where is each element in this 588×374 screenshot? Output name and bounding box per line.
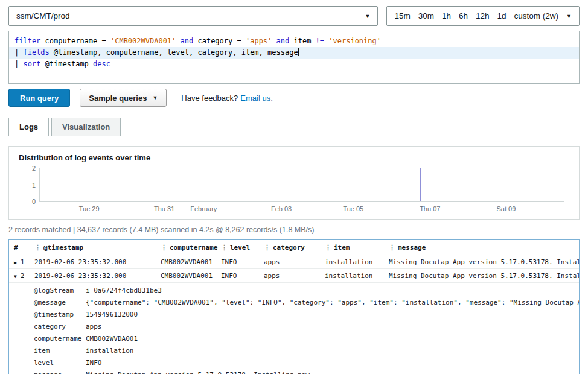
col-header-message[interactable]: ⋮message — [386, 244, 579, 252]
table-cell: apps — [261, 258, 322, 266]
detail-row: iteminstallation — [9, 345, 579, 357]
time-range-chevron-down-icon[interactable]: ▼ — [566, 13, 572, 19]
row-number-cell: ▼2 — [9, 272, 32, 280]
col-header-level[interactable]: ⋮level — [219, 244, 261, 252]
chevron-down-icon: ▼ — [152, 95, 158, 101]
col-header-timestamp[interactable]: ⋮@timestamp — [32, 244, 158, 252]
detail-key: @logStream — [34, 286, 86, 296]
column-grip-icon[interactable]: ⋮ — [389, 244, 395, 252]
y-tick-label: 0 — [32, 198, 36, 205]
table-cell: installation — [322, 258, 386, 266]
detail-value: {"computername": "CMB002WVDA001", "level… — [86, 298, 579, 308]
table-cell: INFO — [219, 258, 261, 266]
results-header: #⋮@timestamp⋮computername⋮level⋮category… — [9, 240, 579, 255]
detail-row: computernameCMB002WVDA001 — [9, 333, 579, 345]
detail-key: @timestamp — [34, 310, 86, 320]
column-grip-icon[interactable]: ⋮ — [264, 244, 270, 252]
table-cell: CMB002WVDA001 — [158, 272, 219, 280]
query-line-2[interactable]: | fields @timestamp, computername, level… — [9, 47, 579, 59]
time-range-15m[interactable]: 15m — [394, 11, 410, 21]
expand-row-icon[interactable]: ▶ — [14, 260, 17, 265]
detail-key: @message — [34, 298, 86, 308]
query-token: @timestamp, computername, level, categor… — [50, 48, 298, 57]
column-grip-icon[interactable]: ⋮ — [34, 244, 41, 252]
col-header-item[interactable]: ⋮item — [322, 244, 386, 252]
detail-value: INFO — [86, 358, 579, 368]
detail-row: @timestamp1549496132000 — [9, 309, 579, 321]
table-row[interactable]: ▶12019-02-06 23:35:32.000CMB002WVDA001IN… — [9, 255, 579, 269]
query-token: and — [276, 37, 290, 45]
row-details: @logStreami-0a6724f4cbd831be3@message{"c… — [9, 283, 579, 374]
query-line-1[interactable]: filter computername = 'CMB002WVDA001' an… — [9, 36, 579, 47]
time-range-12h[interactable]: 12h — [476, 11, 490, 21]
tabs: LogsVisualization — [0, 118, 588, 136]
x-tick-label: Tue 05 — [343, 205, 363, 212]
tab-logs[interactable]: Logs — [8, 118, 49, 136]
query-token: filter — [14, 37, 40, 45]
col-header-num[interactable]: # — [9, 244, 32, 252]
x-tick-label: Tue 29 — [79, 205, 100, 212]
col-header-computername[interactable]: ⋮computername — [158, 244, 219, 252]
detail-value: CMB002WVDA001 — [86, 334, 579, 344]
query-token: != — [316, 37, 324, 45]
detail-value: Missing Docutap App version 5.17.0.53178… — [86, 370, 579, 374]
table-cell: installation — [322, 272, 386, 280]
detail-key: item — [34, 346, 86, 356]
sample-queries-label: Sample queries — [89, 94, 147, 103]
x-tick-label: February — [190, 205, 217, 212]
table-cell: 2019-02-06 23:35:32.000 — [32, 258, 158, 266]
results-table: #⋮@timestamp⋮computername⋮level⋮category… — [8, 239, 580, 374]
scan-status: 2 records matched | 34,637 records (7.4 … — [8, 226, 580, 234]
query-token: computername = — [40, 37, 110, 45]
chart-plot: 210 — [39, 168, 564, 202]
detail-key: computername — [34, 334, 86, 344]
time-range-custom2w[interactable]: custom (2w) — [514, 11, 559, 21]
sample-queries-button[interactable]: Sample queries ▼ — [80, 89, 167, 107]
query-token: desc — [93, 60, 110, 68]
x-tick-label: Thu 07 — [420, 205, 440, 212]
x-tick-label: Feb 03 — [271, 205, 292, 212]
column-grip-icon[interactable]: ⋮ — [325, 244, 331, 252]
table-row[interactable]: ▼22019-02-06 23:35:32.000CMB002WVDA001IN… — [9, 269, 579, 283]
results-body: ▶12019-02-06 23:35:32.000CMB002WVDA001IN… — [9, 255, 579, 374]
time-range-bar: 15m30m1h6h12h1dcustom (2w)▼ — [386, 6, 580, 26]
topbar: ssm/CMT/prod ▼ 15m30m1h6h12h1dcustom (2w… — [8, 6, 580, 26]
time-range-6h[interactable]: 6h — [459, 11, 468, 21]
query-token: sort — [23, 60, 40, 68]
query-token — [272, 37, 276, 45]
time-range-1h[interactable]: 1h — [442, 11, 451, 21]
run-query-button[interactable]: Run query — [8, 89, 70, 107]
table-cell: CMB002WVDA001 — [158, 258, 219, 266]
collapse-row-icon[interactable]: ▼ — [14, 274, 17, 279]
log-group-select[interactable]: ssm/CMT/prod ▼ — [8, 6, 378, 26]
detail-value: installation — [86, 346, 579, 356]
y-tick-label: 1 — [32, 182, 36, 189]
query-token: 'versioning' — [328, 37, 381, 45]
column-grip-icon[interactable]: ⋮ — [221, 244, 228, 252]
detail-row: levelINFO — [9, 357, 579, 369]
query-token: | — [14, 48, 23, 57]
table-cell: INFO — [219, 272, 261, 280]
email-us-link[interactable]: Email us. — [240, 94, 272, 103]
time-range-1d[interactable]: 1d — [497, 11, 507, 21]
log-events-bar[interactable] — [420, 168, 421, 201]
query-line-3[interactable]: | sort @timestamp desc — [9, 59, 579, 70]
feedback-text: Have feedback?Email us. — [181, 94, 272, 103]
table-cell: Missing Docutap App version 5.17.0.53178… — [386, 272, 579, 280]
col-header-category[interactable]: ⋮category — [261, 244, 322, 252]
detail-value: i-0a6724f4cbd831be3 — [86, 286, 579, 296]
query-token: and — [181, 37, 194, 45]
query-token: | — [14, 60, 23, 68]
query-token: fields — [23, 48, 49, 57]
chart-title: Distribution of log events over time — [19, 153, 569, 162]
tab-visualization[interactable]: Visualization — [51, 118, 121, 136]
time-range-30m[interactable]: 30m — [418, 11, 434, 21]
detail-key: category — [34, 322, 86, 332]
y-tick-label: 2 — [32, 165, 36, 172]
column-grip-icon[interactable]: ⋮ — [161, 244, 167, 252]
x-tick-label: Thu 31 — [154, 205, 174, 212]
query-editor[interactable]: filter computername = 'CMB002WVDA001' an… — [8, 31, 580, 84]
detail-value: 1549496132000 — [86, 310, 579, 320]
table-cell: apps — [261, 272, 322, 280]
detail-row: @logStreami-0a6724f4cbd831be3 — [9, 285, 579, 297]
